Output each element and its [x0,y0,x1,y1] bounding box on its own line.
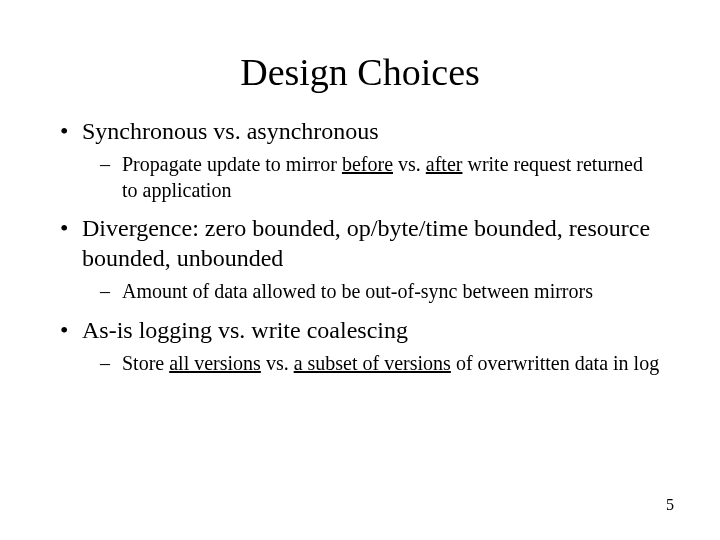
page-number: 5 [666,496,674,514]
bullet-3-sub: Store all versions vs. a subset of versi… [60,351,660,377]
bullet-1: Synchronous vs. asynchronous [60,116,660,146]
t: vs. [393,153,426,175]
bullet-3: As-is logging vs. write coalescing [60,315,660,345]
bullet-2: Divergence: zero bounded, op/byte/time b… [60,213,660,273]
bullet-1-sub: Propagate update to mirror before vs. af… [60,152,660,203]
t: vs. [261,352,294,374]
t: Propagate update to mirror [122,153,342,175]
u: before [342,153,393,175]
u: all versions [169,352,261,374]
t: Store [122,352,169,374]
bullet-list: Synchronous vs. asynchronous Propagate u… [60,116,660,376]
slide-title: Design Choices [60,50,660,94]
t: of overwritten data in log [451,352,659,374]
u: after [426,153,463,175]
u: a subset of versions [294,352,451,374]
bullet-2-sub: Amount of data allowed to be out-of-sync… [60,279,660,305]
